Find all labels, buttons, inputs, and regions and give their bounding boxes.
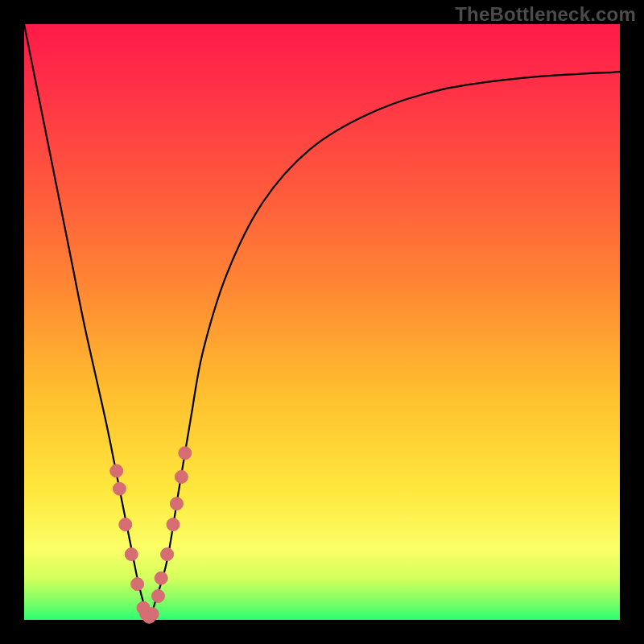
watermark-text: TheBottleneck.com	[455, 3, 636, 26]
highlighted-dot	[113, 482, 126, 495]
highlighted-dot	[170, 497, 183, 510]
curve-svg	[24, 24, 620, 620]
highlighted-dot	[110, 464, 123, 477]
highlighted-dots	[110, 447, 192, 624]
highlighted-dot	[125, 548, 138, 561]
highlighted-dot	[146, 608, 159, 621]
highlighted-dot	[179, 447, 192, 460]
highlighted-dot	[161, 548, 174, 561]
highlighted-dot	[131, 578, 144, 591]
highlighted-dot	[119, 518, 132, 531]
chart-frame: TheBottleneck.com	[0, 0, 644, 644]
highlighted-dot	[155, 572, 167, 584]
highlighted-dot	[175, 470, 188, 483]
plot-area	[24, 24, 620, 620]
bottleneck-curve	[24, 24, 620, 620]
highlighted-dot	[167, 518, 180, 531]
highlighted-dot	[152, 589, 165, 602]
